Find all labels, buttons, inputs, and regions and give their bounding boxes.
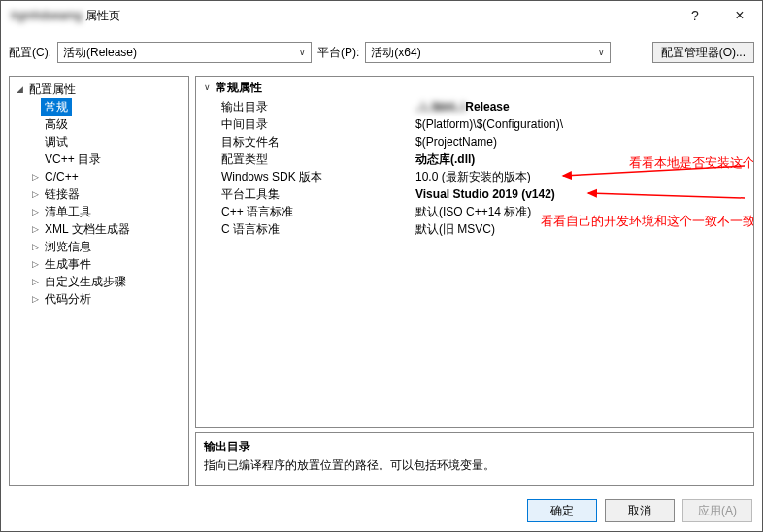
tree-item[interactable]: ▷清单工具 (10, 203, 188, 220)
tree-item[interactable]: 调试 (10, 133, 188, 150)
config-label: 配置(C): (9, 45, 51, 61)
title-bar: Irgmhdseamg 属性页 ? × (1, 1, 762, 30)
tree-item[interactable]: ▷XML 文档生成器 (10, 220, 188, 238)
config-row: 配置(C): 活动(Release) ∨ 平台(P): 活动(x64) ∨ 配置… (1, 38, 762, 67)
property-row[interactable]: C 语言标准默认(旧 MSVC) (196, 220, 753, 238)
property-value[interactable]: 10.0 (最新安装的版本) (410, 169, 753, 185)
property-name: 目标文件名 (196, 134, 410, 150)
property-row[interactable]: 配置类型动态库(.dll) (196, 150, 753, 168)
expand-icon[interactable]: ▷ (29, 189, 41, 199)
tree-item-label: 生成事件 (41, 255, 95, 274)
tree-item-label: 常规 (41, 98, 72, 116)
tree-item-label: 高级 (41, 116, 72, 134)
apply-button: 应用(A) (682, 499, 752, 522)
tree-item[interactable]: ▷链接器 (10, 185, 188, 203)
property-name: 平台工具集 (196, 186, 410, 203)
property-name: 输出目录 (196, 99, 410, 116)
platform-label: 平台(P): (317, 45, 359, 61)
property-row[interactable]: C++ 语言标准默认(ISO C++14 标准) (196, 203, 753, 220)
tree-item[interactable]: ▷生成事件 (10, 255, 188, 273)
tree-item-label: 自定义生成步骤 (41, 273, 130, 291)
config-dropdown[interactable]: 活动(Release) ∨ (57, 42, 312, 63)
title-bar-buttons: ? × (673, 1, 762, 30)
platform-dropdown[interactable]: 活动(x64) ∨ (365, 42, 611, 63)
expand-icon[interactable]: ◢ (14, 84, 25, 94)
window-title: Irgmhdseamg 属性页 (11, 8, 673, 24)
main-area: ◢ 配置属性 常规高级调试VC++ 目录▷C/C++▷链接器▷清单工具▷XML … (1, 75, 762, 490)
tree-item-label: C/C++ (41, 169, 83, 184)
config-manager-button[interactable]: 配置管理器(O)... (652, 42, 754, 63)
property-value[interactable]: $(Platform)\$(Configuration)\ (410, 117, 753, 131)
tree-pane[interactable]: ◢ 配置属性 常规高级调试VC++ 目录▷C/C++▷链接器▷清单工具▷XML … (9, 76, 189, 486)
help-button[interactable]: ? (673, 1, 717, 30)
property-value[interactable]: $(ProjectName) (410, 135, 753, 149)
property-value[interactable]: 默认(ISO C++14 标准) (410, 204, 753, 220)
tree-item[interactable]: 常规 (10, 98, 188, 116)
property-name: 配置类型 (196, 151, 410, 168)
property-row[interactable]: 平台工具集Visual Studio 2019 (v142) (196, 185, 753, 203)
help-pane: 输出目录 指向已编译程序的放置位置的路径。可以包括环境变量。 (195, 432, 754, 486)
tree-item[interactable]: ▷C/C++ (10, 168, 188, 185)
tree-root[interactable]: ◢ 配置属性 (10, 81, 188, 98)
property-row[interactable]: 输出目录..\..\bin\..\Release (196, 98, 753, 116)
properties-header[interactable]: ∨ 常规属性 (196, 77, 753, 98)
tree-item-label: 调试 (41, 133, 72, 151)
expand-icon[interactable]: ▷ (29, 277, 41, 286)
cancel-button[interactable]: 取消 (605, 499, 675, 522)
tree-item[interactable]: VC++ 目录 (10, 150, 188, 168)
property-row[interactable]: 目标文件名$(ProjectName) (196, 133, 753, 150)
property-name: 中间目录 (196, 116, 410, 133)
expand-icon[interactable]: ▷ (29, 207, 41, 216)
properties-pane: ∨ 常规属性 输出目录..\..\bin\..\Release中间目录$(Pla… (195, 76, 754, 428)
property-value[interactable]: 动态库(.dll) (410, 151, 753, 168)
collapse-icon[interactable]: ∨ (204, 83, 216, 92)
tree-item[interactable]: 高级 (10, 116, 188, 133)
property-value[interactable]: Visual Studio 2019 (v142) (410, 187, 753, 201)
ok-button[interactable]: 确定 (527, 499, 597, 522)
tree-item-label: 代码分析 (41, 290, 95, 309)
tree-item-label: VC++ 目录 (41, 150, 105, 169)
tree-item-label: 浏览信息 (41, 238, 95, 256)
right-pane: ∨ 常规属性 输出目录..\..\bin\..\Release中间目录$(Pla… (195, 76, 754, 486)
property-name: Windows SDK 版本 (196, 169, 410, 185)
tree-item-label: 清单工具 (41, 203, 95, 221)
dialog-buttons: 确定 取消 应用(A) (1, 490, 762, 531)
expand-icon[interactable]: ▷ (29, 224, 41, 234)
tree-item[interactable]: ▷自定义生成步骤 (10, 273, 188, 290)
property-name: C++ 语言标准 (196, 204, 410, 220)
property-row[interactable]: 中间目录$(Platform)\$(Configuration)\ (196, 116, 753, 133)
property-value[interactable]: 默认(旧 MSVC) (410, 221, 753, 238)
property-name: C 语言标准 (196, 221, 410, 238)
tree-item-label: XML 文档生成器 (41, 220, 134, 239)
tree-item-label: 链接器 (41, 185, 83, 204)
property-row[interactable]: Windows SDK 版本10.0 (最新安装的版本) (196, 168, 753, 185)
expand-icon[interactable]: ▷ (29, 259, 41, 269)
close-button[interactable]: × (717, 1, 762, 30)
tree-item[interactable]: ▷代码分析 (10, 290, 188, 308)
chevron-down-icon: ∨ (594, 48, 605, 57)
help-description: 指向已编译程序的放置位置的路径。可以包括环境变量。 (204, 457, 746, 474)
chevron-down-icon: ∨ (295, 48, 306, 57)
expand-icon[interactable]: ▷ (29, 242, 41, 251)
expand-icon[interactable]: ▷ (29, 294, 41, 304)
expand-icon[interactable]: ▷ (29, 172, 41, 182)
property-value[interactable]: ..\..\bin\..\Release (410, 100, 753, 114)
help-title: 输出目录 (204, 439, 746, 455)
tree-item[interactable]: ▷浏览信息 (10, 238, 188, 255)
